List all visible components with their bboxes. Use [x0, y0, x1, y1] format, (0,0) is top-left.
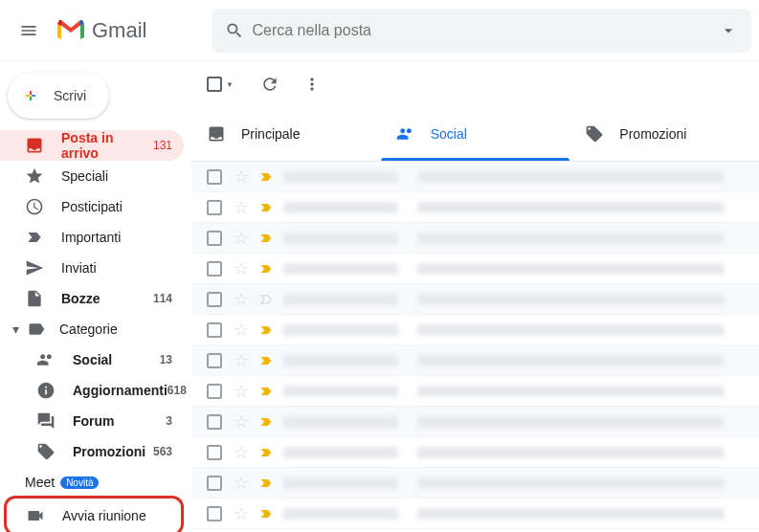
compose-button[interactable]: Scrivi	[8, 73, 109, 119]
important-marker-icon[interactable]	[258, 261, 274, 277]
tab-label: Social	[431, 126, 467, 142]
subject-blur	[417, 355, 725, 366]
important-marker-icon[interactable]	[258, 292, 274, 307]
row-checkbox[interactable]	[207, 445, 222, 460]
star-icon[interactable]: ☆	[234, 473, 249, 494]
nav-count: 3	[166, 414, 172, 428]
subject-blur	[417, 202, 725, 213]
row-checkbox[interactable]	[207, 322, 222, 338]
subject-blur	[417, 263, 725, 275]
important-marker-icon[interactable]	[258, 231, 274, 246]
mail-row[interactable]: ☆	[191, 407, 759, 437]
sidebar-item-sent[interactable]: Inviati	[0, 253, 184, 283]
mail-row[interactable]: ☆	[191, 254, 759, 284]
nav-label: Promozioni	[73, 444, 153, 459]
search-icon[interactable]	[217, 13, 252, 48]
sender-blur	[283, 263, 398, 275]
star-icon[interactable]: ☆	[234, 350, 249, 371]
important-marker-icon[interactable]	[258, 200, 274, 215]
star-icon[interactable]: ☆	[234, 258, 249, 279]
tab-promotions[interactable]: Promozioni	[569, 107, 759, 161]
caret-down-icon[interactable]: ▼	[226, 80, 234, 89]
sidebar-item-forums[interactable]: Forum 3	[0, 406, 184, 436]
tab-label: Promozioni	[619, 126, 686, 142]
search-options-icon[interactable]	[711, 13, 746, 48]
search-input[interactable]	[252, 22, 711, 39]
mail-row[interactable]: ☆	[191, 162, 759, 192]
star-icon[interactable]: ☆	[234, 442, 249, 463]
main-menu-icon[interactable]	[8, 10, 50, 52]
mail-row[interactable]: ☆	[191, 192, 759, 223]
star-icon[interactable]: ☆	[234, 166, 249, 188]
mail-row[interactable]: ☆	[191, 437, 759, 468]
row-checkbox[interactable]	[207, 200, 222, 215]
row-checkbox[interactable]	[207, 292, 222, 307]
nav-label: Speciali	[61, 168, 172, 184]
meet-start-button[interactable]: Avvia riunione	[7, 500, 181, 531]
content-area: ▼ Principale Social Promozioni	[191, 61, 759, 532]
clock-icon	[25, 197, 44, 216]
subject-blur	[417, 233, 725, 244]
tab-primary[interactable]: Principale	[191, 107, 381, 161]
sidebar: Scrivi Posta in arrivo 131 Speciali Post…	[0, 61, 191, 532]
star-icon[interactable]: ☆	[234, 228, 249, 249]
star-icon[interactable]: ☆	[234, 320, 249, 341]
meet-section-header: Meet Novità	[0, 467, 191, 494]
star-icon[interactable]: ☆	[234, 411, 249, 432]
tab-label: Principale	[241, 126, 300, 142]
star-icon[interactable]: ☆	[234, 197, 249, 218]
row-checkbox[interactable]	[207, 506, 222, 521]
sidebar-item-social[interactable]: Social 13	[0, 344, 184, 375]
subject-blur	[417, 294, 725, 305]
people-icon	[36, 350, 56, 369]
row-checkbox[interactable]	[207, 261, 222, 277]
important-marker-icon[interactable]	[258, 322, 274, 338]
mail-row[interactable]: ☆	[191, 223, 759, 254]
gmail-logo[interactable]: Gmail	[50, 18, 154, 43]
subject-blur	[417, 508, 725, 520]
send-icon	[25, 258, 44, 277]
highlight-annotation: Avvia riunione	[4, 496, 184, 532]
sidebar-item-drafts[interactable]: Bozze 114	[0, 283, 184, 314]
search-bar[interactable]	[212, 9, 751, 53]
sidebar-item-important[interactable]: Importanti	[0, 222, 184, 253]
important-marker-icon[interactable]	[258, 384, 274, 399]
sender-blur	[283, 447, 398, 458]
important-marker-icon[interactable]	[258, 506, 274, 521]
mail-row[interactable]: ☆	[191, 315, 759, 345]
sidebar-item-snoozed[interactable]: Posticipati	[0, 191, 184, 222]
row-checkbox[interactable]	[207, 414, 222, 430]
important-marker-icon[interactable]	[258, 353, 274, 368]
important-marker-icon[interactable]	[258, 476, 274, 491]
important-marker-icon[interactable]	[258, 169, 274, 185]
mail-row[interactable]: ☆	[191, 284, 759, 315]
sidebar-item-updates[interactable]: Aggiornamenti 618	[0, 375, 184, 406]
row-checkbox[interactable]	[207, 384, 222, 399]
mail-row[interactable]: ☆	[191, 376, 759, 407]
tab-social[interactable]: Social	[381, 107, 570, 161]
sidebar-item-inbox[interactable]: Posta in arrivo 131	[0, 130, 184, 161]
refresh-button[interactable]	[253, 67, 287, 101]
sidebar-item-promotions[interactable]: Promozioni 563	[0, 436, 184, 467]
nav-label: Inviati	[61, 260, 172, 276]
mail-row[interactable]: ☆	[191, 468, 759, 499]
star-icon[interactable]: ☆	[234, 503, 249, 524]
row-checkbox[interactable]	[207, 353, 222, 368]
star-icon[interactable]: ☆	[234, 289, 249, 310]
more-button[interactable]	[295, 67, 329, 101]
sidebar-item-starred[interactable]: Speciali	[0, 161, 184, 191]
nav-label: Posticipati	[61, 199, 172, 214]
select-all-checkbox[interactable]: ▼	[207, 77, 234, 92]
mail-row[interactable]: ☆	[191, 345, 759, 376]
important-marker-icon[interactable]	[258, 445, 274, 460]
mail-row[interactable]: ☆	[191, 499, 759, 529]
row-checkbox[interactable]	[207, 169, 222, 185]
nav-count: 563	[153, 445, 172, 458]
star-icon[interactable]: ☆	[234, 381, 249, 402]
row-checkbox[interactable]	[207, 231, 222, 246]
important-marker-icon[interactable]	[258, 414, 274, 430]
sidebar-categories-toggle[interactable]: ▾ Categorie	[0, 314, 191, 344]
row-checkbox[interactable]	[207, 476, 222, 491]
nav-label: Posta in arrivo	[61, 130, 153, 161]
label-icon	[27, 320, 46, 339]
